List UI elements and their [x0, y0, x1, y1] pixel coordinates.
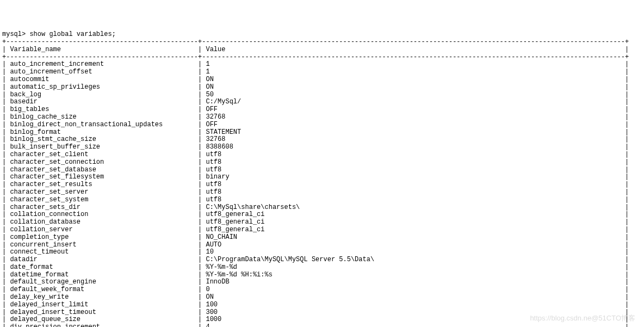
terminal-output: mysql> show global variables; +---------… [2, 31, 642, 327]
